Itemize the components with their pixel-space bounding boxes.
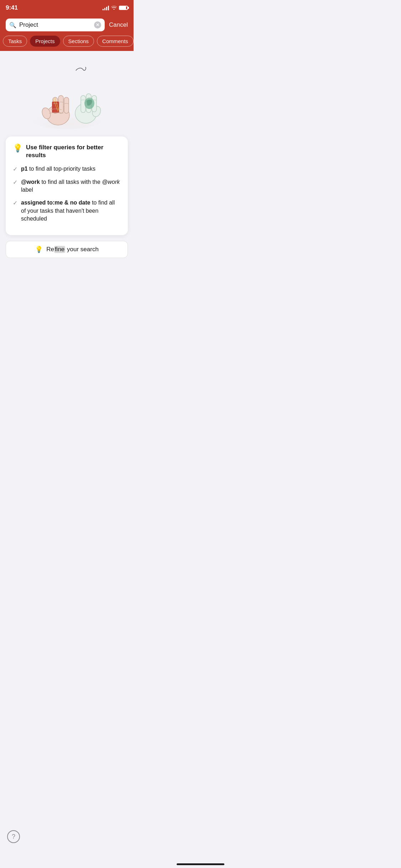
card-item-text-1: p1 to find all top-priority tasks — [21, 165, 95, 173]
signal-icon — [103, 5, 109, 10]
info-card: 💡 Use filter queries for better results … — [6, 136, 128, 235]
status-bar: 9:41 — [0, 0, 134, 16]
bulb-icon: 💡 — [13, 144, 22, 153]
illustration-area — [0, 58, 134, 133]
filter-tab-tasks[interactable]: Tasks — [3, 36, 27, 47]
refine-text: Refine your search — [46, 246, 99, 253]
battery-icon — [119, 6, 128, 10]
check-icon-3: ✓ — [13, 200, 17, 206]
wifi-icon — [111, 5, 117, 11]
card-item-assigned: ✓ assigned to:me & no date to find all o… — [13, 199, 121, 223]
card-title-row: 💡 Use filter queries for better results — [13, 144, 121, 159]
search-icon: 🔍 — [9, 22, 16, 29]
filter-tabs: Tasks Projects Sections Comments Labels — [0, 36, 134, 51]
main-content: 💡 Use filter queries for better results … — [0, 51, 134, 265]
card-item-work: ✓ @work to find all tasks with the @work… — [13, 178, 121, 194]
hands-illustration — [28, 65, 106, 129]
filter-tab-projects[interactable]: Projects — [30, 36, 60, 47]
card-item-text-3: assigned to:me & no date to find all of … — [21, 199, 121, 223]
card-title: Use filter queries for better results — [26, 144, 121, 159]
refine-search-button[interactable]: 💡 Refine your search — [6, 241, 128, 258]
check-icon-1: ✓ — [13, 166, 17, 172]
search-box[interactable]: 🔍 Project ✕ — [6, 19, 105, 31]
search-area: 🔍 Project ✕ Cancel — [0, 16, 134, 36]
filter-tab-comments[interactable]: Comments — [97, 36, 134, 47]
clear-search-button[interactable]: ✕ — [94, 21, 101, 29]
svg-rect-5 — [64, 97, 69, 113]
status-icons — [103, 5, 128, 11]
check-icon-2: ✓ — [13, 179, 17, 186]
card-item-p1: ✓ p1 to find all top-priority tasks — [13, 165, 121, 173]
refine-bulb-icon: 💡 — [35, 246, 43, 253]
cancel-button[interactable]: Cancel — [109, 21, 128, 29]
refine-overlay: fine — [54, 246, 65, 253]
status-time: 9:41 — [6, 4, 18, 11]
filter-tab-sections[interactable]: Sections — [63, 36, 94, 47]
card-item-text-2: @work to find all tasks with the @work l… — [21, 178, 121, 194]
search-input[interactable]: Project — [19, 21, 91, 29]
